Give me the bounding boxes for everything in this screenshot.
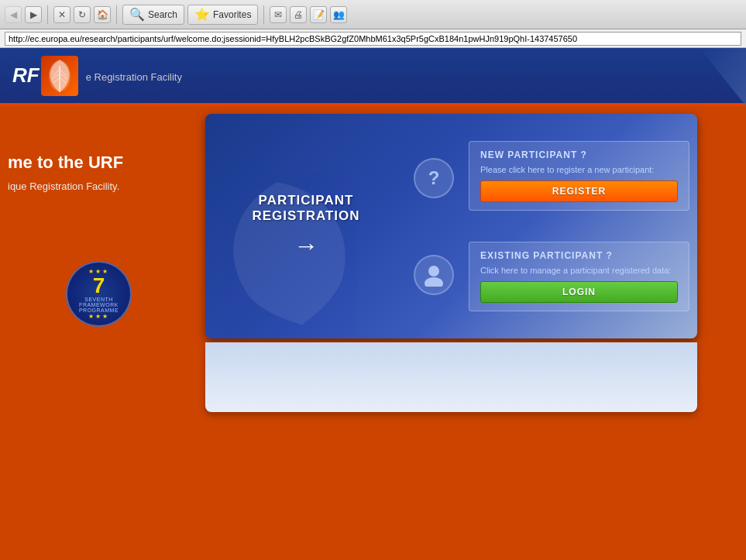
favorites-button[interactable]: ⭐ Favorites [187,5,258,25]
new-participant-desc: Please click here to register a new part… [480,165,678,174]
welcome-title: me to the URF [8,153,123,173]
sep2 [116,5,117,24]
fp7-ring: ★★★ 7 SEVENTH FRAMEWORK PROGRAMME ★★★ [66,261,132,327]
svg-point-10 [425,277,443,287]
feather-icon [46,58,74,94]
forward-button[interactable]: ▶ [25,6,42,23]
logo-box: RF e Regis [12,56,182,96]
home-button[interactable]: 🏠 [94,6,111,23]
sep1 [47,5,48,24]
search-label: Search [148,9,177,20]
registration-card: PARTICIPANT REGISTRATION → ? [205,114,697,338]
search-icon: 🔍 [129,7,145,22]
fp7-badge: ★★★ 7 SEVENTH FRAMEWORK PROGRAMME ★★★ [62,257,136,331]
new-participant-title: NEW PARTICIPANT ? [480,149,678,160]
login-button[interactable]: LOGIN [480,281,678,303]
sep3 [263,5,264,24]
edit-button[interactable]: 📝 [310,6,327,23]
user-icon [414,255,454,295]
page-content: RF e Regis [0,48,746,560]
back-button[interactable]: ◀ [5,6,22,23]
print-button[interactable]: 🖨 [290,6,307,23]
favorites-icon: ⭐ [194,7,210,22]
svg-point-9 [428,266,439,277]
logo-rf-text: RF [12,64,40,88]
card-right: NEW PARTICIPANT ? Please click here to r… [461,114,697,338]
card-title: PARTICIPANT REGISTRATION [221,193,391,224]
browser-toolbar: ◀ ▶ ✕ ↻ 🏠 🔍 Search ⭐ Favorites ✉ 🖨 📝 👥 [0,0,746,29]
new-participant-box: NEW PARTICIPANT ? Please click here to r… [469,141,689,211]
fp7-outer: ★★★ 7 SEVENTH FRAMEWORK PROGRAMME ★★★ [62,257,136,331]
stop-button[interactable]: ✕ [53,6,70,23]
main-area: me to the URF ique Registration Facility… [0,106,746,559]
fp7-label2: PROGRAMME [79,307,119,313]
address-bar [0,29,746,48]
refresh-button[interactable]: ↻ [74,6,91,23]
header-corner-decoration [700,48,746,106]
card-left: PARTICIPANT REGISTRATION → [205,114,407,338]
search-button[interactable]: 🔍 Search [122,5,184,25]
bottom-strip [205,342,697,412]
register-button[interactable]: REGISTER [480,180,678,202]
existing-participant-box: EXISTING PARTICIPANT ? Click here to man… [469,242,689,311]
header-band: RF e Regis [0,48,746,106]
fp7-label1: SEVENTH FRAMEWORK [67,297,130,307]
logo-subtitle: e Registration Facility [86,71,182,83]
fp7-number: 7 [93,275,105,297]
icon-column: ? [407,114,461,338]
card-arrow: → [294,232,318,260]
existing-participant-desc: Click here to manage a participant regis… [480,266,678,275]
favorites-label: Favorites [213,9,251,20]
users-button[interactable]: 👥 [330,6,347,23]
welcome-subtitle: ique Registration Facility. [8,180,123,192]
address-input[interactable] [5,32,741,46]
question-icon: ? [414,158,454,198]
logo-feather-box [41,56,78,96]
mail-button[interactable]: ✉ [270,6,287,23]
fp7-stars-bottom: ★★★ [88,313,109,320]
welcome-section: me to the URF ique Registration Facility… [8,153,123,192]
existing-participant-title: EXISTING PARTICIPANT ? [480,250,678,261]
